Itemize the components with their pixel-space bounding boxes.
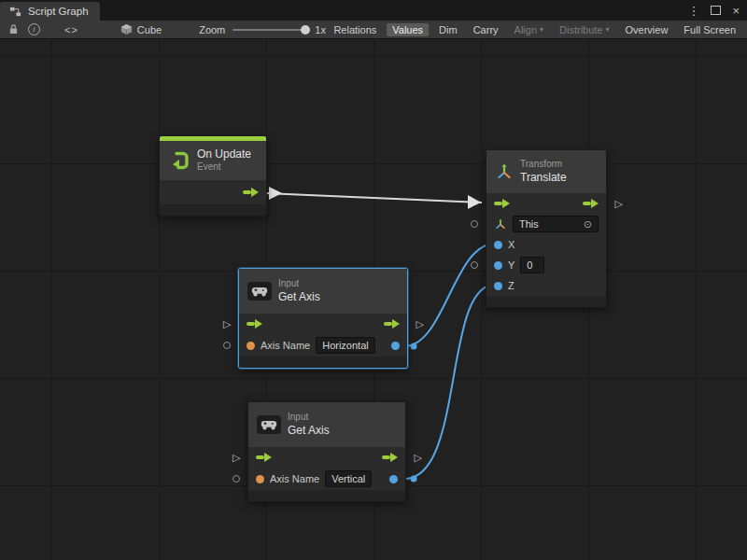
flow-output-port[interactable] — [382, 453, 398, 463]
node-header: Input Get Axis — [239, 269, 407, 314]
carry-button[interactable]: Carry — [468, 23, 504, 36]
graph-canvas[interactable]: On Update Event Transform Translate — [0, 39, 747, 560]
values-button[interactable]: Values — [387, 23, 429, 36]
flow-ports-row: ▷ — [486, 193, 606, 214]
flow-arrowhead-end — [468, 195, 481, 209]
transform-this-icon — [494, 217, 507, 231]
node-get-axis-horizontal[interactable]: Input Get Axis ▷ ▷ Axis Name Horizontal — [238, 268, 408, 369]
x-value-port[interactable] — [494, 241, 502, 249]
unconnected-port-icon[interactable] — [471, 261, 478, 269]
result-output-port[interactable] — [391, 342, 400, 350]
node-title: Translate — [520, 171, 567, 185]
zoom-label: Zoom — [199, 24, 225, 35]
on-update-icon — [168, 149, 190, 172]
node-get-axis-vertical[interactable]: Input Get Axis ▷ ▷ Axis Name Vertical — [247, 401, 406, 502]
axis-name-input-port[interactable] — [256, 475, 264, 483]
unconnected-port-icon[interactable] — [223, 342, 231, 349]
flow-ports-row: ▷ ▷ — [248, 447, 405, 468]
node-header: Transform Translate — [486, 150, 606, 193]
graph-target-button[interactable]: Cube — [114, 21, 167, 38]
cube-icon — [120, 22, 134, 37]
align-button[interactable]: Align▾ — [509, 23, 549, 36]
axis-name-label: Axis Name — [270, 473, 319, 484]
zoom-slider-knob[interactable] — [301, 25, 310, 35]
node-title: On Update — [197, 147, 251, 161]
x-port-label: X — [508, 239, 514, 250]
z-port-label: Z — [508, 280, 514, 291]
flow-input-port[interactable] — [247, 319, 262, 329]
tab-script-graph[interactable]: Script Graph — [0, 2, 100, 21]
overview-label: Overview — [626, 24, 669, 35]
z-value-port[interactable] — [494, 282, 502, 290]
flow-output-port[interactable] — [384, 319, 400, 329]
distribute-label: Distribute — [559, 24, 602, 35]
axis-name-field[interactable]: Horizontal — [316, 337, 375, 354]
connection-flow-onupdate-translate[interactable] — [265, 193, 482, 203]
overview-button[interactable]: Overview — [620, 23, 674, 36]
dim-button[interactable]: Dim — [433, 23, 463, 36]
flow-continuation-icon: ▷ — [415, 453, 422, 463]
close-icon[interactable]: × — [732, 5, 740, 17]
axis-name-label: Axis Name — [261, 340, 310, 351]
unconnected-port-icon[interactable] — [471, 220, 478, 228]
transform-icon — [495, 162, 514, 181]
z-port-row: Z — [486, 275, 606, 296]
connection-horizontal-to-x[interactable] — [404, 244, 495, 346]
maximize-icon[interactable] — [711, 6, 721, 15]
window-menu-icon[interactable]: ⋮ — [687, 5, 699, 17]
axis-name-row: Axis Name Vertical — [248, 468, 405, 490]
wire-endpoint-dot — [411, 476, 417, 483]
flow-output-port[interactable] — [583, 199, 599, 209]
flow-ports-row — [160, 180, 266, 204]
y-value-field[interactable]: 0 — [520, 257, 544, 273]
node-footer — [239, 357, 407, 368]
relations-label: Relations — [333, 24, 376, 35]
fullscreen-button[interactable]: Full Screen — [678, 23, 741, 36]
wire-endpoint-dot — [411, 343, 417, 350]
script-graph-icon — [7, 4, 22, 19]
tab-title: Script Graph — [28, 6, 89, 17]
window-controls: ⋮ × — [687, 0, 747, 21]
flow-continuation-icon: ▷ — [233, 453, 240, 463]
chevron-down-icon: ▾ — [606, 25, 610, 34]
y-port-row: Y 0 — [486, 255, 606, 275]
gamepad-icon — [247, 282, 272, 301]
distribute-button[interactable]: Distribute▾ — [554, 23, 614, 36]
flow-input-port[interactable] — [256, 453, 272, 463]
node-subtitle: Event — [197, 161, 251, 174]
connection-vertical-to-z[interactable] — [404, 285, 495, 479]
zoom-value: 1x — [315, 24, 326, 35]
object-picker-icon[interactable]: ⊙ — [584, 219, 592, 230]
fullscreen-label: Full Screen — [684, 24, 736, 35]
node-footer — [486, 296, 606, 307]
node-title: Get Axis — [278, 290, 320, 304]
flow-input-port[interactable] — [494, 199, 510, 209]
flow-ports-row: ▷ ▷ — [239, 314, 407, 334]
values-label: Values — [392, 24, 423, 35]
node-category: Transform — [520, 159, 567, 171]
node-on-update[interactable]: On Update Event — [159, 135, 267, 217]
unconnected-port-icon[interactable] — [233, 475, 240, 483]
node-title: Get Axis — [288, 424, 330, 438]
relations-button[interactable]: Relations — [328, 23, 382, 36]
tab-bar: Script Graph ⋮ × — [0, 0, 747, 21]
zoom-control: Zoom 1x — [199, 24, 326, 35]
code-icon[interactable]: <> — [64, 22, 78, 37]
graph-target-label: Cube — [137, 24, 162, 35]
dim-label: Dim — [439, 24, 458, 35]
result-output-port[interactable] — [389, 475, 398, 483]
y-value-port[interactable] — [494, 261, 502, 270]
axis-name-input-port[interactable] — [247, 342, 255, 350]
node-header: Input Get Axis — [248, 402, 405, 447]
axis-name-field[interactable]: Vertical — [325, 470, 372, 487]
flow-arrowhead-start — [269, 187, 282, 200]
this-object-field[interactable]: This ⊙ — [513, 216, 599, 232]
info-icon[interactable]: i — [28, 23, 40, 35]
this-port-row: This ⊙ — [486, 214, 606, 234]
zoom-slider[interactable] — [233, 25, 307, 35]
gamepad-icon — [257, 415, 281, 434]
flow-output-port[interactable] — [243, 188, 259, 198]
lock-icon[interactable] — [6, 22, 21, 37]
node-category: Input — [288, 412, 330, 424]
node-translate[interactable]: Transform Translate ▷ This ⊙ — [486, 149, 607, 308]
